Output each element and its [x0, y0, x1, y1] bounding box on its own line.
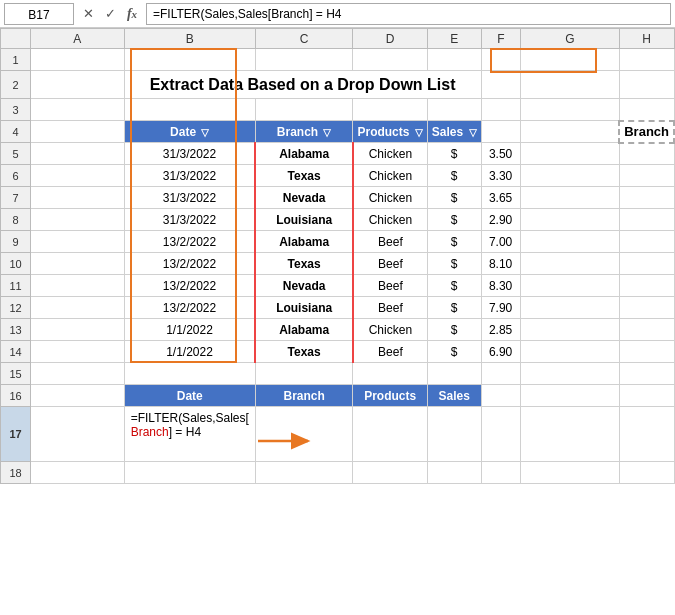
cell-a6[interactable] — [31, 165, 125, 187]
cell-d17[interactable] — [353, 407, 427, 462]
product-11[interactable]: Beef — [353, 275, 427, 297]
header-sales[interactable]: Sales ▽ — [427, 121, 481, 143]
cell-a2[interactable] — [31, 71, 125, 99]
cell-a5[interactable] — [31, 143, 125, 165]
cell-h10[interactable] — [619, 253, 674, 275]
cell-g7[interactable] — [521, 187, 619, 209]
cell-a14[interactable] — [31, 341, 125, 363]
date-8[interactable]: 31/3/2022 — [124, 209, 255, 231]
product-10[interactable]: Beef — [353, 253, 427, 275]
col-header-c[interactable]: C — [255, 29, 353, 49]
cell-h15[interactable] — [619, 363, 674, 385]
cell-a17[interactable] — [31, 407, 125, 462]
cell-f16[interactable] — [481, 385, 521, 407]
col-header-h[interactable]: H — [619, 29, 674, 49]
cell-g5[interactable] — [521, 143, 619, 165]
fx-icon[interactable]: fx — [122, 4, 142, 24]
cell-g18[interactable] — [521, 462, 619, 484]
date-7[interactable]: 31/3/2022 — [124, 187, 255, 209]
cell-a9[interactable] — [31, 231, 125, 253]
date-14[interactable]: 1/1/2022 — [124, 341, 255, 363]
cell-e3[interactable] — [427, 99, 481, 121]
col-header-f[interactable]: F — [481, 29, 521, 49]
cell-a8[interactable] — [31, 209, 125, 231]
formula-input[interactable] — [146, 3, 671, 25]
date-13[interactable]: 1/1/2022 — [124, 319, 255, 341]
cell-h6[interactable] — [619, 165, 674, 187]
branch-6[interactable]: Texas — [255, 165, 353, 187]
cell-g10[interactable] — [521, 253, 619, 275]
header-products[interactable]: Products ▽ — [353, 121, 427, 143]
header2-products[interactable]: Products — [353, 385, 427, 407]
cell-a16[interactable] — [31, 385, 125, 407]
header2-date[interactable]: Date — [124, 385, 255, 407]
col-header-d[interactable]: D — [353, 29, 427, 49]
branch-dropdown-cell[interactable]: Branch — [619, 121, 674, 143]
cell-g13[interactable] — [521, 319, 619, 341]
cell-g2[interactable] — [521, 71, 619, 99]
cell-d1[interactable] — [353, 49, 427, 71]
cell-a18[interactable] — [31, 462, 125, 484]
cell-f2[interactable] — [481, 71, 521, 99]
cell-g17[interactable] — [521, 407, 619, 462]
cell-b15[interactable] — [124, 363, 255, 385]
col-header-g[interactable]: G — [521, 29, 619, 49]
cell-g14[interactable] — [521, 341, 619, 363]
cell-h1[interactable] — [619, 49, 674, 71]
cell-g9[interactable] — [521, 231, 619, 253]
product-8[interactable]: Chicken — [353, 209, 427, 231]
branch-dropdown-icon[interactable]: ▽ — [323, 127, 331, 138]
cell-c3[interactable] — [255, 99, 353, 121]
branch-11[interactable]: Nevada — [255, 275, 353, 297]
cell-d3[interactable] — [353, 99, 427, 121]
formula-display-cell[interactable]: =FILTER(Sales,Sales[ Branch] = H4 — [124, 407, 255, 462]
cell-g3[interactable] — [521, 99, 619, 121]
cell-c15[interactable] — [255, 363, 353, 385]
cell-e17[interactable] — [427, 407, 481, 462]
confirm-icon[interactable]: ✓ — [100, 4, 120, 24]
date-9[interactable]: 13/2/2022 — [124, 231, 255, 253]
date-dropdown-icon[interactable]: ▽ — [201, 127, 209, 138]
cell-e15[interactable] — [427, 363, 481, 385]
product-7[interactable]: Chicken — [353, 187, 427, 209]
cell-h9[interactable] — [619, 231, 674, 253]
date-11[interactable]: 13/2/2022 — [124, 275, 255, 297]
branch-5[interactable]: Alabama — [255, 143, 353, 165]
cell-e1[interactable] — [427, 49, 481, 71]
product-13[interactable]: Chicken — [353, 319, 427, 341]
product-6[interactable]: Chicken — [353, 165, 427, 187]
col-header-b[interactable]: B — [124, 29, 255, 49]
product-12[interactable]: Beef — [353, 297, 427, 319]
cell-d18[interactable] — [353, 462, 427, 484]
cell-b3[interactable] — [124, 99, 255, 121]
cell-h8[interactable] — [619, 209, 674, 231]
cell-e18[interactable] — [427, 462, 481, 484]
cell-f3[interactable] — [481, 99, 521, 121]
date-12[interactable]: 13/2/2022 — [124, 297, 255, 319]
cell-h14[interactable] — [619, 341, 674, 363]
cell-d15[interactable] — [353, 363, 427, 385]
cell-c1[interactable] — [255, 49, 353, 71]
branch-14[interactable]: Texas — [255, 341, 353, 363]
cell-f17[interactable] — [481, 407, 521, 462]
cell-a1[interactable] — [31, 49, 125, 71]
date-6[interactable]: 31/3/2022 — [124, 165, 255, 187]
cell-h7[interactable] — [619, 187, 674, 209]
cell-f1[interactable] — [481, 49, 521, 71]
cancel-icon[interactable]: ✕ — [78, 4, 98, 24]
cell-b18[interactable] — [124, 462, 255, 484]
cell-h2[interactable] — [619, 71, 674, 99]
product-5[interactable]: Chicken — [353, 143, 427, 165]
cell-h13[interactable] — [619, 319, 674, 341]
branch-13[interactable]: Alabama — [255, 319, 353, 341]
cell-h17[interactable] — [619, 407, 674, 462]
cell-a13[interactable] — [31, 319, 125, 341]
cell-h12[interactable] — [619, 297, 674, 319]
col-header-a[interactable]: A — [31, 29, 125, 49]
cell-a7[interactable] — [31, 187, 125, 209]
cell-h16[interactable] — [619, 385, 674, 407]
cell-g12[interactable] — [521, 297, 619, 319]
cell-a15[interactable] — [31, 363, 125, 385]
header2-branch[interactable]: Branch — [255, 385, 353, 407]
cell-a10[interactable] — [31, 253, 125, 275]
